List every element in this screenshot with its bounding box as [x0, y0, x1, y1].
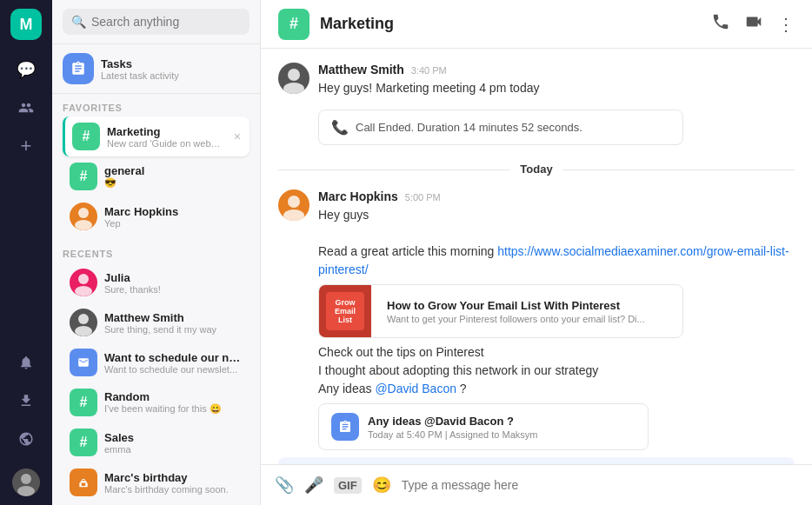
recents-label: RECENTS [63, 249, 250, 259]
sales-channel-icon: # [70, 429, 97, 456]
marc-msg-content: Marc Hopkins 5:00 PM Hey guys Read a gre… [318, 189, 795, 450]
video-button[interactable] [744, 12, 763, 36]
marc-line-5: Any ideas @David Bacon ? [318, 380, 795, 398]
svg-point-4 [78, 274, 89, 284]
sidebar-item-julia[interactable]: Julia Sure, thanks! [63, 262, 250, 302]
message-maksym: Maksym 5:02 PM Hm..we've already discuss… [278, 457, 795, 464]
search-input[interactable] [91, 15, 241, 29]
marc-msg-text: Hey guys Read a great article this morni… [318, 206, 795, 279]
birthday-channel-icon [70, 468, 97, 496]
sidebar-item-sales[interactable]: # Sales emma [63, 422, 250, 462]
marc-item-name: Marc Hopkins [104, 205, 243, 218]
marketing-channel-icon: # [72, 123, 100, 150]
link-preview-thumbnail: Grow EmailList [319, 285, 371, 337]
marc-line-4: I thought about adopting this network in… [318, 362, 795, 380]
message-marc: Marc Hopkins 5:00 PM Hey guys Read a gre… [278, 189, 795, 450]
svg-point-8 [288, 69, 300, 81]
matthew-msg-content: Matthew Smith 3:40 PM Hey guys! Marketin… [318, 63, 795, 97]
nav-contacts-icon[interactable] [10, 92, 42, 123]
link-preview-desc: Want to get your Pinterest followers ont… [387, 314, 645, 324]
call-button[interactable] [711, 12, 730, 36]
marketing-item-name: Marketing [107, 125, 223, 138]
gif-button[interactable]: GIF [334, 477, 362, 494]
link-preview[interactable]: Grow EmailList How to Grow Your Email Li… [318, 284, 683, 338]
more-button[interactable]: ⋮ [777, 14, 795, 35]
birthday-item-text: Marc's birthday Marc's birthday coming s… [104, 471, 243, 495]
svg-point-2 [78, 208, 89, 218]
sales-item-name: Sales [104, 431, 243, 444]
svg-point-1 [17, 486, 35, 496]
random-item-text: Random I've been waiting for this 😀 [104, 390, 243, 415]
newsletter-icon [70, 349, 97, 376]
sidebar-item-birthday[interactable]: Marc's birthday Marc's birthday coming s… [63, 462, 250, 502]
marc-msg-time: 5:00 PM [405, 192, 441, 203]
julia-item-sub: Sure, thanks! [104, 284, 243, 295]
svg-point-0 [21, 474, 31, 484]
newsletter-item-sub: Want to schedule our newslet... [104, 364, 243, 375]
sidebar: 🔍 Tasks Latest task activity FAVORITES #… [52, 0, 261, 505]
matthew-msg-author: Matthew Smith [318, 63, 404, 76]
random-channel-icon: # [70, 389, 97, 416]
mic-button[interactable]: 🎤 [304, 475, 323, 495]
svg-point-9 [283, 83, 304, 94]
sidebar-item-general[interactable]: # general 😎 [63, 156, 250, 196]
header-actions: ⋮ [711, 12, 795, 36]
task-card[interactable]: Any ideas @David Bacon ? Today at 5:40 P… [318, 403, 649, 450]
general-item-text: general 😎 [104, 164, 243, 189]
task-card-sub: Today at 5:40 PM | Assigned to Maksym [368, 429, 537, 440]
emoji-button[interactable]: 😊 [372, 475, 391, 495]
svg-point-6 [78, 314, 89, 324]
nav-globe-icon[interactable] [10, 423, 42, 455]
mention-david: @David Bacon [375, 382, 456, 395]
general-channel-icon: # [70, 163, 97, 190]
message-matthew: Matthew Smith 3:40 PM Hey guys! Marketin… [278, 63, 795, 97]
nav-bell-icon[interactable] [10, 347, 42, 378]
tasks-text: Tasks Latest task activity [101, 57, 179, 81]
general-item-sub: 😎 [104, 177, 243, 189]
svg-point-7 [75, 326, 92, 336]
link-preview-img-inner: Grow EmailList [326, 292, 364, 330]
chat-input-area: 📎 🎤 GIF 😊 [261, 464, 812, 505]
app-logo[interactable]: M [10, 9, 42, 40]
marketing-item-sub: New card 'Guide on website o... [107, 138, 223, 149]
marketing-item-text: Marketing New card 'Guide on website o..… [107, 125, 223, 149]
matthew-msg-time: 3:40 PM [411, 65, 447, 76]
marketing-close-btn[interactable]: × [232, 128, 243, 145]
sidebar-item-marketing[interactable]: # Marketing New card 'Guide on website o… [63, 116, 250, 156]
tasks-item[interactable]: Tasks Latest task activity [52, 44, 260, 94]
marc-item-sub: Yep [104, 218, 243, 229]
favorites-section: FAVORITES # Marketing New card 'Guide on… [52, 94, 260, 240]
marc-line-2: Read a great article this morning https:… [318, 243, 795, 279]
attach-button[interactable]: 📎 [275, 475, 294, 495]
random-item-sub: I've been waiting for this 😀 [104, 403, 243, 415]
birthday-item-sub: Marc's birthday coming soon. [104, 484, 243, 495]
julia-item-text: Julia Sure, thanks! [104, 271, 243, 295]
message-input[interactable] [402, 478, 798, 492]
channel-icon: # [278, 9, 309, 40]
nav-add-icon[interactable]: + [10, 130, 42, 162]
tasks-name: Tasks [101, 57, 179, 70]
article-link[interactable]: https://www.socialmediaexaminer.com/grow… [318, 244, 789, 276]
newsletter-item-name: Want to schedule our newsl... [104, 351, 243, 364]
marc-avatar [70, 203, 97, 230]
tasks-icon [63, 53, 94, 84]
marc-msg-author: Marc Hopkins [318, 189, 398, 203]
sidebar-item-matthew[interactable]: Matthew Smith Sure thing, send it my way [63, 302, 250, 342]
marc-line-1: Hey guys [318, 206, 795, 224]
sidebar-item-marc-hopkins[interactable]: Marc Hopkins Yep [63, 196, 250, 236]
matthew-msg-text: Hey guys! Marketing meeting 4 pm today [318, 79, 795, 97]
matthew-item-name: Matthew Smith [104, 311, 243, 324]
search-icon: 🔍 [71, 15, 86, 29]
user-avatar[interactable] [12, 468, 40, 496]
nav-download-icon[interactable] [10, 385, 42, 416]
svg-point-10 [288, 196, 300, 208]
svg-point-3 [75, 220, 92, 230]
sidebar-item-newsletter[interactable]: Want to schedule our newsl... Want to sc… [63, 342, 250, 382]
search-wrapper[interactable]: 🔍 [63, 9, 250, 35]
sidebar-item-random[interactable]: # Random I've been waiting for this 😀 [63, 382, 250, 422]
today-divider: Today [278, 163, 795, 176]
search-bar: 🔍 [52, 0, 260, 44]
newsletter-item-text: Want to schedule our newsl... Want to sc… [104, 351, 243, 375]
nav-chat-icon[interactable]: 💬 [10, 54, 42, 85]
marc-msg-header: Marc Hopkins 5:00 PM [318, 189, 795, 203]
